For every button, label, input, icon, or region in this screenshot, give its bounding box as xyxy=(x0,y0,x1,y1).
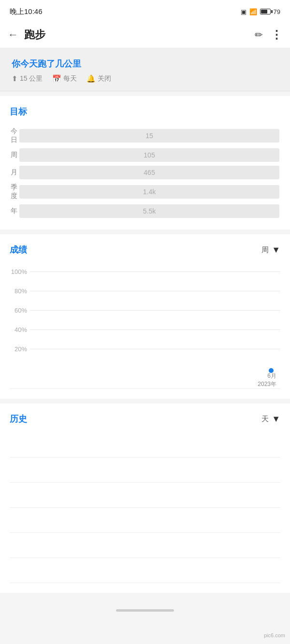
habit-distance-value: 15 公里 xyxy=(20,74,43,83)
history-row xyxy=(10,432,280,458)
chart-grid-label: 80% xyxy=(10,287,30,295)
goal-bar: 465 xyxy=(18,164,280,181)
chart-grid-rule xyxy=(30,329,280,330)
history-section: 历史 天 ▼ xyxy=(0,403,290,593)
chart-grid-line: 80% xyxy=(10,287,280,295)
battery-level: 79 xyxy=(274,8,280,15)
chart-grid-label: 20% xyxy=(10,345,30,353)
bell-icon: 🔔 xyxy=(87,74,96,83)
habit-meta: ⬆ 15 公里 📅 每天 🔔 关闭 xyxy=(12,74,278,83)
chart-grid-line: 20% xyxy=(10,345,280,353)
habit-reminder-value: 关闭 xyxy=(98,74,111,83)
chart-grid-label: 100% xyxy=(10,268,30,275)
battery-icon xyxy=(260,9,271,14)
performance-section: 成绩 周 ▼ 20% 40% 60% 80% 100% 6月 2023年 xyxy=(0,234,290,399)
history-dropdown[interactable]: 天 ▼ xyxy=(261,414,280,424)
goal-row: 周 105 xyxy=(10,146,280,164)
goal-bar: 15 xyxy=(18,125,280,146)
chart-grid-line: 100% xyxy=(10,268,280,275)
chart-grid-label: 40% xyxy=(10,326,30,333)
history-row xyxy=(10,458,280,483)
history-title: 历史 xyxy=(10,413,27,425)
perf-header: 成绩 周 ▼ xyxy=(10,244,280,256)
habit-name: 你今天跑了几公里 xyxy=(12,58,278,70)
sim-icon: ▣ xyxy=(241,8,246,15)
goal-bar: 105 xyxy=(18,146,280,164)
history-header: 历史 天 ▼ xyxy=(10,413,280,425)
goal-bar: 5.5k xyxy=(18,202,280,220)
page-title: 跑步 xyxy=(24,28,255,42)
history-row xyxy=(10,508,280,533)
goal-row: 月 465 xyxy=(10,164,280,181)
goal-bar-value: 15 xyxy=(145,132,153,140)
habit-frequency-value: 每天 xyxy=(63,74,77,83)
goal-label: 季度 xyxy=(10,181,18,202)
goal-label: 月 xyxy=(10,164,18,181)
status-time: 晚上10:46 xyxy=(10,7,43,16)
chart-x-labels: 6月 2023年 xyxy=(258,372,276,388)
goal-label: 今日 xyxy=(10,125,18,146)
history-row xyxy=(10,558,280,583)
home-indicator xyxy=(116,609,174,612)
status-bar: 晚上10:46 ▣ 📶 79 xyxy=(0,0,290,21)
x-label-month: 6月 xyxy=(258,372,276,380)
edit-button[interactable]: ✏ xyxy=(255,29,263,41)
goal-row: 年 5.5k xyxy=(10,202,280,220)
watermark: pic6.com xyxy=(264,632,285,638)
perf-dropdown-arrow: ▼ xyxy=(272,245,280,255)
goal-row: 季度 1.4k xyxy=(10,181,280,202)
perf-dropdown-label: 周 xyxy=(261,245,269,255)
wifi-icon: 📶 xyxy=(249,8,257,15)
chart-grid-rule xyxy=(30,310,280,311)
habit-card: 你今天跑了几公里 ⬆ 15 公里 📅 每天 🔔 关闭 xyxy=(0,48,290,91)
goal-bar-value: 5.5k xyxy=(143,207,156,215)
goal-row: 今日 15 xyxy=(10,125,280,146)
habit-distance: ⬆ 15 公里 xyxy=(12,74,43,83)
perf-dropdown[interactable]: 周 ▼ xyxy=(261,245,280,255)
goal-label: 年 xyxy=(10,202,18,220)
chart-grid-rule xyxy=(30,349,280,349)
habit-reminder: 🔔 关闭 xyxy=(87,74,111,83)
x-label-year: 2023年 xyxy=(258,380,276,388)
goal-label: 周 xyxy=(10,146,18,164)
history-dropdown-label: 天 xyxy=(261,415,269,424)
goals-title: 目标 xyxy=(10,106,280,117)
chart-grid-line: 60% xyxy=(10,307,280,314)
goal-bar-value: 105 xyxy=(144,151,155,159)
history-row xyxy=(10,483,280,508)
goal-bar: 1.4k xyxy=(18,181,280,202)
history-dropdown-arrow: ▼ xyxy=(272,414,280,424)
chart-grid-label: 60% xyxy=(10,307,30,314)
history-row xyxy=(10,533,280,558)
bottom-bar xyxy=(0,598,290,627)
goal-bar-value: 1.4k xyxy=(143,188,156,196)
chart-grid-rule xyxy=(30,272,280,272)
chart-area: 20% 40% 60% 80% 100% 6月 2023年 xyxy=(10,263,280,389)
history-rows xyxy=(10,432,280,583)
status-icons: ▣ 📶 79 xyxy=(241,8,280,15)
more-button[interactable]: ⋮ xyxy=(271,28,282,42)
header: ← 跑步 ✏ ⋮ xyxy=(0,21,290,48)
habit-frequency: 📅 每天 xyxy=(52,74,77,83)
back-button[interactable]: ← xyxy=(8,29,18,41)
goal-bar-value: 465 xyxy=(144,169,155,176)
chart-grid-line: 40% xyxy=(10,326,280,333)
header-actions: ✏ ⋮ xyxy=(255,28,282,42)
goals-section: 目标 今日 15 周 105 月 465 季度 1.4k 年 xyxy=(0,96,290,229)
distance-icon: ⬆ xyxy=(12,74,18,83)
perf-title: 成绩 xyxy=(10,244,27,256)
chart-grid-rule xyxy=(30,291,280,291)
calendar-icon: 📅 xyxy=(52,74,61,83)
goals-table: 今日 15 周 105 月 465 季度 1.4k 年 xyxy=(10,125,280,220)
